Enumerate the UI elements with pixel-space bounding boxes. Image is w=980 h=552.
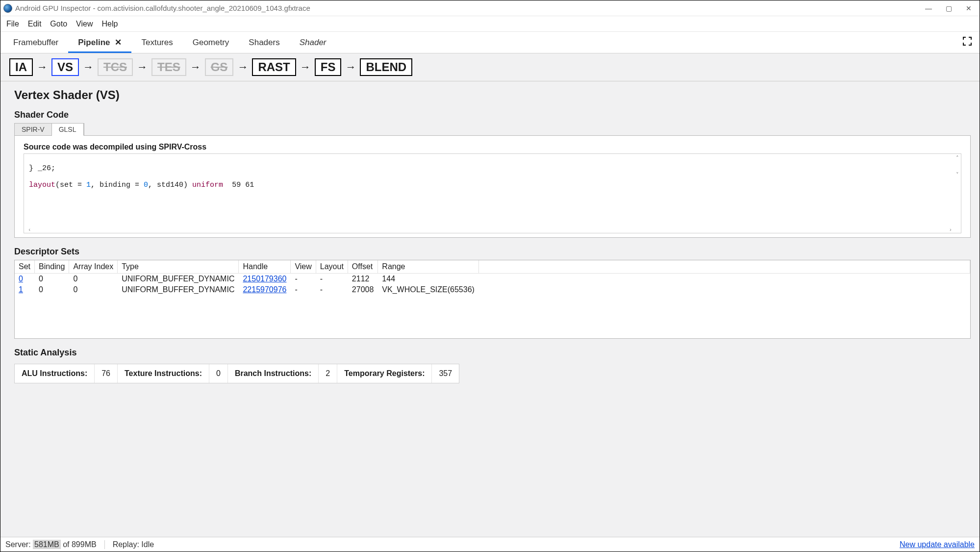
tab-shaders[interactable]: Shaders: [239, 33, 289, 52]
col-handle[interactable]: Handle: [239, 260, 291, 274]
table-row-empty: [15, 306, 970, 317]
tex-value: 0: [209, 364, 228, 383]
col-type[interactable]: Type: [118, 260, 239, 274]
stage-fs[interactable]: FS: [315, 58, 342, 76]
col-set[interactable]: Set: [15, 260, 35, 274]
scroll-right-icon[interactable]: ›: [949, 227, 952, 233]
stage-rast[interactable]: RAST: [252, 58, 296, 76]
menu-help[interactable]: Help: [99, 19, 121, 29]
window-controls: — ▢ ✕: [925, 4, 977, 12]
tab-shader[interactable]: Shader: [290, 33, 336, 52]
divider: [104, 540, 105, 549]
statusbar: Server: 581MB of 899MB Replay: Idle New …: [0, 537, 980, 552]
cell-layout: -: [316, 274, 348, 285]
decompile-note: Source code was decompiled using SPIRV-C…: [24, 143, 961, 151]
code-line: } _26;: [29, 164, 55, 173]
menu-goto[interactable]: Goto: [47, 19, 70, 29]
descriptor-table: Set Binding Array Index Type Handle View…: [15, 260, 970, 338]
page-title: Vertex Shader (VS): [14, 88, 971, 102]
alu-label: ALU Instructions:: [15, 364, 95, 383]
window-title: Android GPU Inspector - com.activision.c…: [15, 4, 925, 12]
arrow-icon: →: [36, 61, 49, 74]
stage-blend[interactable]: BLEND: [360, 58, 412, 76]
update-link[interactable]: New update available: [900, 540, 975, 549]
server-label: Server:: [5, 540, 33, 549]
tab-shader-label: Shader: [300, 38, 327, 47]
cell-binding: 0: [35, 274, 69, 285]
tab-pipeline-label: Pipeline: [78, 38, 110, 47]
menu-edit[interactable]: Edit: [25, 19, 45, 29]
maximize-icon[interactable]: ▢: [946, 4, 952, 12]
arrow-icon: →: [82, 61, 95, 74]
code-tab-spirv[interactable]: SPIR-V: [15, 124, 52, 135]
server-mem: Server: 581MB of 899MB: [5, 540, 97, 549]
menu-view[interactable]: View: [73, 19, 96, 29]
minimize-icon[interactable]: —: [925, 4, 932, 12]
cell-view: -: [291, 284, 316, 295]
stage-gs[interactable]: GS: [205, 58, 234, 76]
stage-vs[interactable]: VS: [51, 58, 79, 76]
temp-label: Temporary Registers:: [337, 364, 432, 383]
cell-handle[interactable]: 2215970976: [239, 284, 291, 295]
code-panel: Source code was decompiled using SPIRV-C…: [14, 135, 971, 238]
replay-state: Replay: Idle: [113, 540, 154, 549]
tab-geometry[interactable]: Geometry: [183, 33, 239, 52]
tab-framebuffer-label: Framebuffer: [13, 38, 58, 47]
scroll-down-icon[interactable]: ˅: [956, 172, 959, 178]
tab-pipeline[interactable]: Pipeline✕: [68, 32, 131, 52]
fullscreen-toggle-icon[interactable]: [958, 37, 977, 48]
stage-ia[interactable]: IA: [9, 58, 33, 76]
cell-type: UNIFORM_BUFFER_DYNAMIC: [118, 274, 239, 285]
code-area[interactable]: } _26; layout(set = 1, binding = 0, std1…: [24, 153, 961, 233]
stage-tcs[interactable]: TCS: [98, 58, 133, 76]
tab-pipeline-close-icon[interactable]: ✕: [115, 38, 122, 47]
close-icon[interactable]: ✕: [966, 4, 972, 12]
col-layout[interactable]: Layout: [316, 260, 348, 274]
scroll-up-icon[interactable]: ˄: [956, 155, 959, 161]
arrow-icon: →: [136, 61, 149, 74]
cell-view: -: [291, 274, 316, 285]
code-tab-glsl[interactable]: GLSL: [52, 124, 84, 136]
pipeline-strip: IA → VS → TCS → TES → GS → RAST → FS → B…: [0, 53, 980, 81]
cell-array-index: 0: [69, 274, 118, 285]
cell-set[interactable]: 1: [15, 284, 35, 295]
descriptor-sets-title: Descriptor Sets: [14, 247, 971, 257]
temp-value: 357: [432, 364, 459, 383]
server-total: of 899MB: [61, 540, 97, 549]
col-view[interactable]: View: [291, 260, 316, 274]
arrow-icon: →: [299, 61, 312, 74]
tab-textures-label: Textures: [141, 38, 173, 47]
static-analysis-title: Static Analysis: [14, 348, 971, 358]
cell-layout: -: [316, 284, 348, 295]
cell-range: 144: [378, 274, 479, 285]
branch-label: Branch Instructions:: [228, 364, 319, 383]
table-row[interactable]: 1 0 0 UNIFORM_BUFFER_DYNAMIC 2215970976 …: [15, 284, 970, 295]
tab-framebuffer[interactable]: Framebuffer: [3, 33, 68, 52]
cell-handle[interactable]: 2150179360: [239, 274, 291, 285]
scroll-left-icon[interactable]: ‹: [28, 227, 31, 233]
arrow-icon: →: [189, 61, 202, 74]
cell-binding: 0: [35, 284, 69, 295]
table-row-empty: [15, 295, 970, 306]
code-num: 1: [86, 181, 91, 189]
col-array-index[interactable]: Array Index: [69, 260, 118, 274]
tabbar: Framebuffer Pipeline✕ Textures Geometry …: [0, 32, 980, 53]
cell-offset: 2112: [348, 274, 378, 285]
stage-tes[interactable]: TES: [151, 58, 186, 76]
table-row-empty: [15, 327, 970, 338]
table-row[interactable]: 0 0 0 UNIFORM_BUFFER_DYNAMIC 2150179360 …: [15, 274, 970, 285]
titlebar: Android GPU Inspector - com.activision.c…: [0, 0, 980, 16]
tab-textures[interactable]: Textures: [131, 33, 182, 52]
code-text: , std140): [148, 181, 192, 189]
descriptor-table-wrap: Set Binding Array Index Type Handle View…: [14, 260, 971, 339]
col-offset[interactable]: Offset: [348, 260, 378, 274]
replay-label: Replay:: [113, 540, 142, 549]
menubar: File Edit Goto View Help: [0, 16, 980, 32]
col-binding[interactable]: Binding: [35, 260, 69, 274]
cell-set[interactable]: 0: [15, 274, 35, 285]
menu-file[interactable]: File: [3, 19, 22, 29]
arrow-icon: →: [344, 61, 357, 74]
alu-value: 76: [95, 364, 118, 383]
cell-array-index: 0: [69, 284, 118, 295]
col-range[interactable]: Range: [378, 260, 479, 274]
